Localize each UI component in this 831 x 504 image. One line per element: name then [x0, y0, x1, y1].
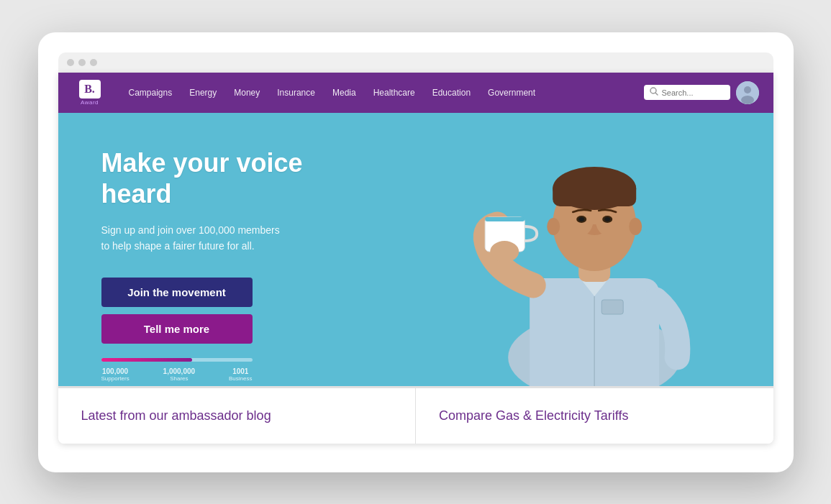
progress-bar-fill	[101, 358, 192, 362]
bottom-cards: Latest from our ambassador blog Compare …	[58, 386, 773, 444]
browser-chrome	[58, 52, 773, 73]
progress-business: 1001 Business	[229, 367, 252, 382]
site-container: B. Award Campaigns Energy Money Insuranc…	[58, 73, 773, 444]
logo-box: B.	[79, 80, 101, 98]
hero-content: Make your voice heard Sign up and join o…	[101, 147, 375, 382]
hero-title: Make your voice heard	[101, 147, 375, 209]
nav-media[interactable]: Media	[324, 88, 365, 98]
logo-letter: B.	[84, 83, 95, 96]
avatar[interactable]	[736, 81, 759, 104]
svg-point-15	[629, 218, 642, 235]
join-movement-button[interactable]: Join the movement	[101, 278, 253, 307]
progress-shares: 1,000,000 Shares	[163, 367, 196, 382]
progress-supporters: 100,000 Supporters	[101, 367, 130, 382]
progress-labels: 100,000 Supporters 1,000,000 Shares 1001…	[101, 367, 253, 382]
search-box[interactable]	[644, 85, 730, 100]
nav-energy[interactable]: Energy	[181, 88, 225, 98]
svg-point-21	[604, 217, 610, 221]
nav-healthcare[interactable]: Healthcare	[365, 88, 424, 98]
nav-money[interactable]: Money	[225, 88, 268, 98]
progress-area: 100,000 Supporters 1,000,000 Shares 1001…	[101, 358, 253, 382]
tariffs-card-title[interactable]: Compare Gas & Electricity Tariffs	[439, 408, 628, 423]
tell-me-more-button[interactable]: Tell me more	[101, 314, 253, 344]
nav-government[interactable]: Government	[479, 88, 544, 98]
nav-links: Campaigns Energy Money Insurance Media H…	[120, 88, 644, 98]
logo-area[interactable]: B. Award	[73, 80, 107, 106]
svg-point-14	[547, 218, 560, 235]
svg-point-22	[490, 241, 519, 262]
nav-campaigns[interactable]: Campaigns	[120, 88, 181, 98]
svg-point-20	[578, 217, 584, 221]
tariffs-card[interactable]: Compare Gas & Electricity Tariffs	[416, 386, 773, 444]
browser-dot-green	[90, 59, 97, 66]
progress-bar-track	[101, 358, 253, 362]
nav-insurance[interactable]: Insurance	[268, 88, 324, 98]
svg-point-4	[741, 96, 754, 104]
svg-rect-17	[485, 217, 525, 221]
svg-rect-9	[601, 300, 623, 314]
svg-rect-13	[553, 181, 636, 206]
logo-subtitle: Award	[81, 99, 99, 106]
search-icon	[650, 87, 658, 98]
svg-line-1	[655, 93, 658, 95]
browser-dot-yellow	[78, 59, 86, 66]
hero-image	[344, 113, 773, 386]
navbar: B. Award Campaigns Energy Money Insuranc…	[58, 73, 773, 113]
svg-point-3	[744, 86, 751, 93]
device-frame: B. Award Campaigns Energy Money Insuranc…	[38, 32, 794, 472]
hero-section: Make your voice heard Sign up and join o…	[58, 113, 773, 386]
search-area	[644, 81, 759, 104]
hero-subtitle: Sign up and join over 100,000 members to…	[101, 222, 375, 255]
nav-education[interactable]: Education	[424, 88, 479, 98]
browser-dot-red	[67, 59, 74, 66]
blog-card[interactable]: Latest from our ambassador blog	[58, 386, 417, 444]
blog-card-title[interactable]: Latest from our ambassador blog	[81, 408, 271, 423]
search-input[interactable]	[662, 88, 725, 97]
